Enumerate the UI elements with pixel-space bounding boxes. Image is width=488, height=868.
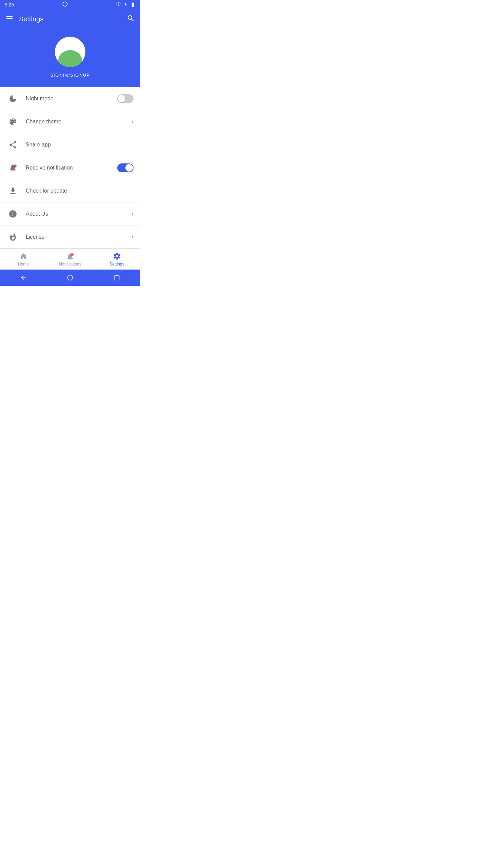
share-app-label: Share app [26, 142, 134, 148]
receive-notification-toggle-knob [125, 164, 133, 172]
night-mode-label: Night mode [26, 96, 117, 102]
settings-item-check-for-update[interactable]: Check for update [0, 179, 140, 202]
change-theme-chevron: › [131, 118, 134, 125]
notification-bell-icon [7, 162, 19, 174]
recents-button[interactable] [111, 272, 122, 283]
license-chevron: › [131, 233, 134, 240]
svg-point-2 [68, 275, 73, 280]
license-label: License [26, 234, 131, 240]
fire-icon [7, 231, 19, 243]
settings-item-receive-notification[interactable]: Receive notification [0, 156, 140, 179]
app-bar: Settings [0, 9, 140, 28]
change-theme-label: Change theme [26, 119, 131, 125]
share-icon [7, 139, 19, 151]
nav-item-settings[interactable]: Settings [94, 249, 140, 270]
settings-item-night-mode[interactable]: Night mode [0, 87, 140, 110]
notifications-icon [66, 252, 74, 260]
check-for-update-label: Check for update [26, 188, 134, 194]
header-section: SIGNIN/SIGNUP [0, 28, 140, 87]
home-button[interactable] [65, 272, 76, 283]
receive-notification-label: Receive notification [26, 165, 117, 171]
settings-item-change-theme[interactable]: Change theme › [0, 110, 140, 133]
settings-item-share-app[interactable]: Share app [0, 133, 140, 156]
system-nav-bar [0, 270, 140, 286]
receive-notification-toggle[interactable] [117, 163, 134, 172]
svg-point-1 [71, 253, 74, 256]
bottom-nav: Home Notifications Settings [0, 249, 140, 270]
settings-item-license[interactable]: License › [0, 225, 140, 249]
night-mode-toggle-knob [118, 95, 125, 102]
settings-list: Night mode Change theme › Share app Rece… [0, 87, 140, 249]
search-icon[interactable] [127, 14, 135, 24]
status-app-icon [62, 1, 68, 8]
nav-notifications-label: Notifications [59, 262, 81, 267]
avatar[interactable] [55, 37, 85, 67]
back-button[interactable] [18, 272, 29, 283]
settings-item-about-us[interactable]: About Us › [0, 202, 140, 225]
info-icon [7, 208, 19, 220]
nav-item-home[interactable]: Home [0, 249, 47, 270]
avatar-shape [58, 50, 82, 67]
receive-notification-toggle-switch[interactable] [117, 163, 134, 172]
signin-button[interactable]: SIGNIN/SIGNUP [50, 73, 90, 78]
night-mode-toggle-switch[interactable] [117, 94, 134, 103]
about-us-label: About Us [26, 211, 131, 217]
app-bar-title: Settings [19, 15, 127, 23]
status-icons [116, 2, 136, 7]
night-mode-icon [7, 93, 19, 105]
menu-icon[interactable] [5, 14, 14, 24]
download-icon [7, 185, 19, 197]
svg-point-0 [14, 164, 17, 167]
status-time: 5:25 [5, 2, 14, 7]
svg-rect-3 [115, 275, 119, 280]
nav-item-notifications[interactable]: Notifications [47, 249, 94, 270]
status-bar: 5:25 [0, 0, 140, 9]
about-us-chevron: › [131, 210, 134, 217]
night-mode-toggle[interactable] [117, 94, 134, 103]
home-icon [19, 252, 27, 260]
palette-icon [7, 116, 19, 128]
nav-settings-label: Settings [109, 262, 124, 267]
nav-home-label: Home [18, 262, 29, 267]
gear-icon [113, 252, 121, 260]
